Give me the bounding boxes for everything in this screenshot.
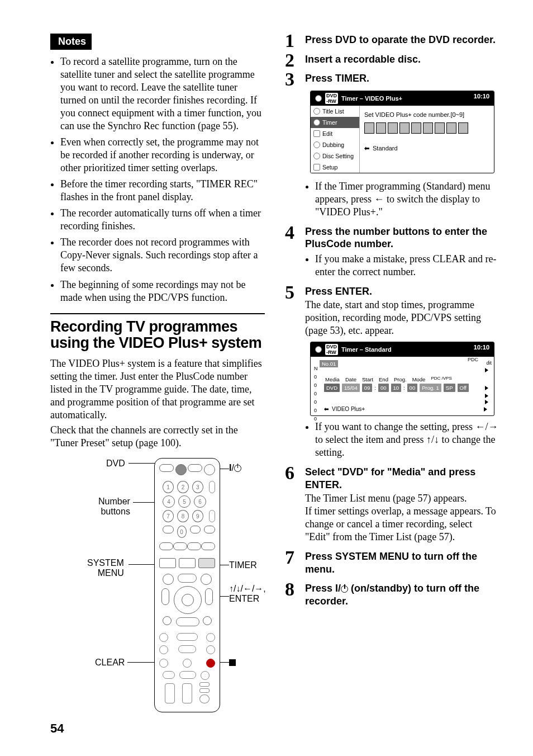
osd-side-item: Edit — [311, 128, 359, 139]
step-heading: Press I/ (on/standby) to turn off the re… — [305, 582, 499, 607]
cell-end-h: 10 — [391, 384, 402, 392]
note-item: Before the timer recording starts, "TIME… — [60, 178, 265, 204]
leader-line — [129, 463, 156, 464]
step-heading: Press TIMER. — [305, 72, 499, 85]
label-timer: TIMER — [229, 560, 257, 570]
step-heading: Press SYSTEM MENU to turn off the menu. — [305, 550, 499, 575]
remote-body: 123 456 789 0 — [154, 458, 220, 712]
leader-line — [129, 564, 155, 565]
section-title: Recording TV programmes using the VIDEO … — [50, 319, 265, 352]
disc-icon — [315, 346, 322, 353]
power-icon — [341, 585, 348, 593]
note-item: The recorder does not record programmes … — [60, 236, 265, 275]
osd-data-row: DVD 15/04 09:00 10:00 Prog. 1 SP Off — [321, 384, 491, 392]
left-arrow-icon: ⬅ — [324, 406, 329, 412]
dit-label: dit — [486, 360, 492, 366]
step-body: The date, start and stop times, programm… — [305, 299, 499, 337]
step-sub-item: If you make a mistake, press CLEAR and r… — [315, 253, 499, 278]
step: Press ENTER. The date, start and stop ti… — [285, 285, 499, 460]
step-heading: Press the number buttons to enter the Pl… — [305, 225, 499, 251]
osd-return: ⬅VIDEO Plus+ — [314, 406, 491, 412]
disc-icon — [315, 95, 322, 102]
label-stop — [229, 658, 236, 668]
right-arrow-icon — [485, 400, 488, 404]
setup-icon — [313, 164, 320, 171]
osd-side-item: Setup — [311, 162, 359, 173]
titlelist-icon — [313, 108, 320, 115]
step: Press the number buttons to enter the Pl… — [285, 225, 499, 278]
right-arrow-icon — [485, 386, 488, 390]
osd-side-item: Title List — [311, 106, 359, 117]
step: Press I/ (on/standby) to turn off the re… — [285, 582, 499, 607]
note-item: The beginning of some recordings may not… — [60, 278, 265, 304]
row-index-col: N 0 0 0 0 0 0 — [314, 365, 318, 423]
discsetting-icon — [313, 153, 320, 159]
label-clear: CLEAR — [95, 658, 125, 668]
osd-no-badge: No.01 — [320, 360, 338, 367]
osd-clock: 10:10 — [474, 93, 489, 104]
body-paragraph: The VIDEO Plus+ system is a feature that… — [50, 357, 265, 422]
cell-start-m: 00 — [378, 384, 389, 392]
dubbing-icon — [313, 141, 320, 148]
osd-return: ⬅Standard — [364, 145, 489, 152]
left-column: Notes To record a satellite programme, t… — [50, 34, 265, 724]
osd-message: Set VIDEO Plus+ code number.[0~9] — [364, 111, 489, 118]
label-system-menu: SYSTEM MENU — [87, 558, 124, 578]
dvd-rw-icon: DVD-RW — [325, 344, 338, 355]
notes-list: To record a satellite programme, turn on… — [50, 55, 265, 304]
cell-date: 15/04 — [342, 384, 360, 392]
osd-side-item: Disc Setting — [311, 150, 359, 162]
dvd-rw-icon: DVD-RW — [325, 93, 338, 104]
right-arrow-icon — [485, 368, 488, 372]
step-sub-item: If the Timer programming (Standard) menu… — [315, 180, 499, 219]
osd-side-item: Dubbing — [311, 139, 359, 150]
osd-video-plus: DVD-RW Timer – VIDEO Plus+ 10:10 Title L… — [310, 91, 494, 173]
osd-headers: Media Date Start End Prog. Mode PDC /VPS — [314, 374, 491, 384]
step-sub-item: If you want to change the setting, press… — [315, 420, 499, 459]
osd-title: Timer – Standard — [341, 346, 392, 353]
steps-list: Press DVD to oparate the DVD recorder. I… — [285, 34, 499, 607]
leader-line — [133, 502, 155, 503]
pdc-label: PDC — [468, 357, 478, 362]
cell-end-m: 00 — [407, 384, 418, 392]
cell-media: DVD — [324, 384, 340, 392]
osd-title: Timer – VIDEO Plus+ — [341, 95, 402, 102]
edit-icon — [313, 130, 320, 137]
step-heading: Insert a recordable disc. — [305, 53, 499, 66]
remote-figure: DVD Number buttons SYSTEM MENU CLEAR I/ … — [50, 455, 265, 724]
osd-standard: DVD-RW Timer – Standard 10:10 PDC dit N … — [310, 342, 494, 416]
step: Press SYSTEM MENU to turn off the menu. — [285, 550, 499, 575]
power-icon — [234, 465, 241, 472]
cell-prog: Prog. 1 — [420, 384, 441, 392]
body-paragraph: Check that the channels are correctly se… — [50, 424, 265, 450]
step-heading: Press ENTER. — [305, 285, 499, 298]
right-arrow-icon — [484, 407, 487, 412]
step-body: The Timer List menu (page 57) appears. I… — [305, 492, 499, 544]
step-sub-list: If you make a mistake, press CLEAR and r… — [305, 253, 499, 278]
cell-mode: SP — [444, 384, 455, 392]
cell-pdc: Off — [458, 384, 469, 392]
timer-icon — [313, 119, 320, 126]
label-power: I/ — [229, 463, 241, 473]
cell-start-h: 09 — [362, 384, 373, 392]
osd-sidebar: Title List Timer Edit Dubbing Disc Setti… — [311, 106, 360, 173]
page-number: 54 — [50, 721, 64, 736]
step-heading: Select "DVD" for "Media" and press ENTER… — [305, 466, 499, 491]
osd-side-item: Timer — [311, 117, 359, 128]
right-arrow-icon — [485, 394, 488, 398]
step: Press TIMER. DVD-RW Timer – VIDEO Plus+ … — [285, 72, 499, 219]
label-dvd: DVD — [106, 459, 125, 469]
label-arrows-enter: ↑/↓/←/→, ENTER — [229, 584, 266, 604]
step: Select "DVD" for "Media" and press ENTER… — [285, 466, 499, 544]
step: Press DVD to oparate the DVD recorder. — [285, 34, 499, 46]
notes-badge: Notes — [50, 34, 92, 50]
step-heading: Press DVD to oparate the DVD recorder. — [305, 34, 499, 46]
section-rule — [50, 313, 265, 314]
step-sub-list: If the Timer programming (Standard) menu… — [305, 180, 499, 219]
right-column: Press DVD to oparate the DVD recorder. I… — [285, 34, 499, 724]
code-boxes — [364, 122, 489, 134]
note-item: To record a satellite programme, turn on… — [60, 55, 265, 133]
step: Insert a recordable disc. — [285, 53, 499, 66]
note-item: The recorder automatically turns off whe… — [60, 207, 265, 233]
label-number-buttons: Number buttons — [98, 497, 130, 517]
